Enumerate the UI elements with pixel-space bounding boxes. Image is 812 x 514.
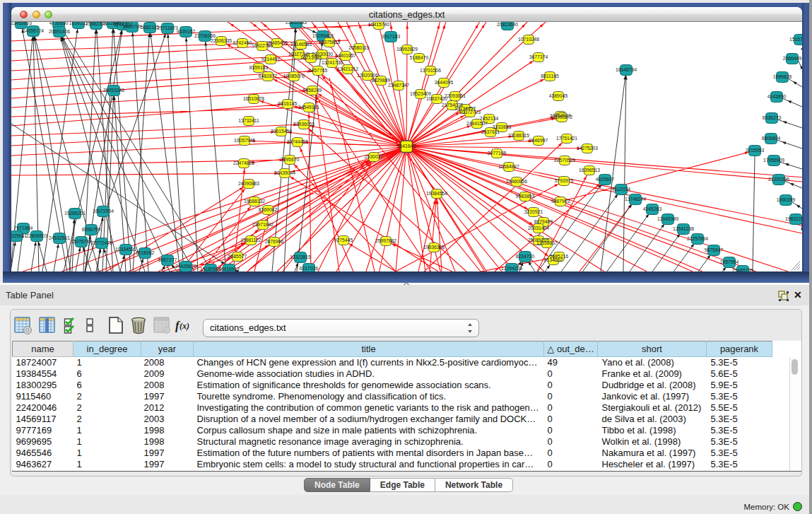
svg-text:14401657: 14401657 — [335, 53, 356, 58]
svg-text:16648784: 16648784 — [616, 67, 637, 72]
svg-text:24425670: 24425670 — [175, 264, 196, 269]
svg-text:29053346: 29053346 — [103, 88, 124, 93]
svg-text:19688132: 19688132 — [244, 199, 265, 204]
svg-text:11558837: 11558837 — [536, 240, 558, 245]
svg-text:22330030: 22330030 — [312, 52, 333, 57]
svg-text:18992829: 18992829 — [396, 47, 418, 52]
svg-text:22744459: 22744459 — [287, 139, 308, 144]
svg-text:3395870: 3395870 — [281, 157, 300, 162]
svg-text:6482877: 6482877 — [259, 74, 278, 78]
svg-text:10323815: 10323815 — [290, 255, 311, 259]
svg-text:8029889: 8029889 — [372, 78, 391, 83]
svg-text:12294238: 12294238 — [501, 266, 522, 271]
svg-text:25997682: 25997682 — [375, 238, 396, 243]
svg-text:3220921: 3220921 — [524, 209, 543, 214]
svg-text:20580115: 20580115 — [348, 45, 370, 50]
svg-text:2457954: 2457954 — [720, 259, 739, 264]
svg-text:10334531: 10334531 — [115, 247, 136, 252]
svg-text:21439044: 21439044 — [274, 170, 295, 175]
svg-text:9983893: 9983893 — [516, 194, 535, 199]
svg-text:1218062: 1218062 — [136, 250, 155, 255]
svg-text:5188470: 5188470 — [410, 55, 429, 60]
svg-text:4439167: 4439167 — [177, 29, 196, 34]
svg-text:6742460: 6742460 — [233, 40, 252, 45]
svg-text:23971842: 23971842 — [252, 222, 273, 227]
svg-text:6357277: 6357277 — [158, 257, 177, 262]
svg-text:20615450: 20615450 — [271, 129, 292, 134]
svg-text:21257684: 21257684 — [687, 236, 708, 241]
svg-text:20691406: 20691406 — [49, 29, 70, 34]
svg-text:7452134: 7452134 — [480, 116, 499, 121]
svg-text:23936053: 23936053 — [293, 122, 314, 127]
svg-text:8369062: 8369062 — [259, 207, 278, 212]
svg-text:20772475: 20772475 — [91, 240, 112, 245]
svg-text:8646997: 8646997 — [529, 138, 548, 143]
svg-text:20372723: 20372723 — [459, 110, 481, 115]
svg-text:9214491: 9214491 — [261, 57, 281, 62]
svg-text:6457765: 6457765 — [309, 68, 328, 73]
svg-text:13241736: 13241736 — [322, 60, 343, 65]
svg-text:15076749: 15076749 — [71, 239, 92, 244]
svg-text:1999828: 1999828 — [773, 74, 792, 79]
svg-text:22093651: 22093651 — [445, 93, 466, 98]
svg-text:16415740: 16415740 — [368, 22, 389, 27]
svg-text:9875847: 9875847 — [705, 247, 724, 252]
svg-text:23487347: 23487347 — [388, 83, 409, 88]
svg-text:19832259: 19832259 — [785, 216, 802, 221]
svg-text:13146585: 13146585 — [290, 42, 312, 47]
svg-text:2876966: 2876966 — [265, 239, 284, 244]
svg-text:16072954: 16072954 — [93, 209, 114, 214]
svg-text:9958289: 9958289 — [303, 88, 322, 93]
svg-text:8489709: 8489709 — [123, 24, 142, 29]
svg-text:2537611: 2537611 — [481, 129, 500, 134]
svg-text:3644095: 3644095 — [435, 80, 454, 85]
svg-text:20031404: 20031404 — [528, 226, 549, 230]
svg-text:16396513: 16396513 — [579, 168, 600, 173]
svg-text:12541238: 12541238 — [673, 226, 694, 231]
svg-text:19285201: 19285201 — [64, 211, 86, 216]
svg-text:4429607: 4429607 — [596, 177, 615, 182]
svg-text:25485735: 25485735 — [732, 268, 753, 271]
svg-text:4143890: 4143890 — [767, 94, 787, 99]
svg-text:8359183: 8359183 — [249, 65, 269, 70]
svg-text:9275445: 9275445 — [334, 238, 353, 243]
svg-text:3677374: 3677374 — [529, 54, 548, 59]
svg-text:3333883: 3333883 — [493, 124, 512, 129]
svg-text:3917183: 3917183 — [382, 34, 401, 39]
svg-text:14275203: 14275203 — [577, 146, 598, 151]
svg-text:13421212: 13421212 — [337, 66, 358, 71]
svg-text:2530027: 2530027 — [365, 154, 384, 159]
svg-text:19523409: 19523409 — [410, 91, 431, 96]
svg-text:8811165: 8811165 — [541, 74, 559, 78]
svg-text:22474828: 22474828 — [233, 160, 254, 165]
svg-text:5685216: 5685216 — [550, 254, 569, 259]
svg-text:4112034: 4112034 — [612, 187, 630, 192]
svg-text:8685577: 8685577 — [228, 254, 247, 259]
svg-text:19299464: 19299464 — [312, 33, 334, 38]
svg-text:24641507: 24641507 — [466, 121, 488, 126]
svg-text:1890399: 1890399 — [777, 197, 796, 202]
svg-text:19384554: 19384554 — [426, 191, 447, 196]
svg-text:12416912: 12416912 — [218, 267, 240, 271]
svg-text:15375853: 15375853 — [319, 40, 340, 45]
svg-text:15157347: 15157347 — [789, 37, 802, 42]
svg-text:25711873: 25711873 — [157, 25, 178, 30]
svg-text:4735650: 4735650 — [49, 22, 69, 25]
svg-text:22570529: 22570529 — [554, 158, 575, 163]
svg-text:24532561: 24532561 — [49, 235, 70, 240]
svg-text:8336273: 8336273 — [763, 115, 782, 120]
svg-text:7671884: 7671884 — [14, 226, 33, 230]
svg-text:11584847: 11584847 — [498, 164, 519, 169]
svg-text:20813640: 20813640 — [497, 22, 518, 27]
svg-text:12920906: 12920906 — [357, 73, 378, 78]
svg-text:8079409: 8079409 — [534, 219, 553, 224]
svg-text:10057945: 10057945 — [234, 138, 255, 143]
svg-text:3215953: 3215953 — [746, 148, 765, 153]
svg-text:23188315: 23188315 — [508, 133, 529, 138]
svg-text:21200396: 21200396 — [768, 177, 789, 182]
svg-text:13732411: 13732411 — [238, 118, 259, 123]
svg-text:25025631: 25025631 — [11, 233, 27, 238]
svg-text:8806804: 8806804 — [762, 136, 781, 141]
svg-text:13045349: 13045349 — [657, 216, 678, 221]
svg-text:2077105: 2077105 — [488, 151, 507, 156]
